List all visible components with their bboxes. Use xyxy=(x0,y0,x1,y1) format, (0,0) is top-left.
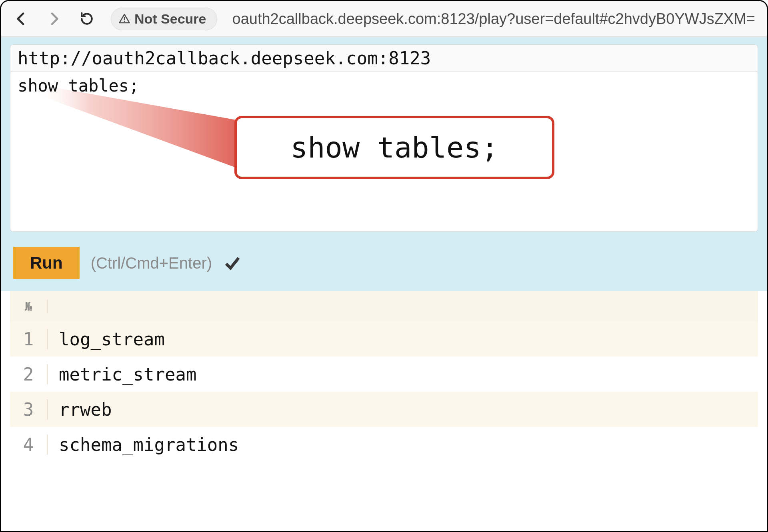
warning-icon xyxy=(118,13,130,25)
app-area: http://oauth2callback.deepseek.com:8123 … xyxy=(1,37,767,291)
query-callout: show tables; xyxy=(234,116,554,179)
run-shortcut-hint: (Ctrl/Cmd+Enter) xyxy=(91,254,212,272)
address-bar[interactable]: oauth2callback.deepseek.com:8123/play?us… xyxy=(232,10,756,28)
row-number: 3 xyxy=(10,399,48,420)
browser-toolbar: Not Secure oauth2callback.deepseek.com:8… xyxy=(1,1,767,37)
forward-button[interactable] xyxy=(45,10,63,28)
cell-value: metric_stream xyxy=(48,364,758,385)
server-url-input[interactable]: http://oauth2callback.deepseek.com:8123 xyxy=(10,44,758,72)
check-icon xyxy=(223,254,241,272)
run-button[interactable]: Run xyxy=(13,247,80,279)
table-row[interactable]: 1 log_stream xyxy=(10,321,758,357)
callout-wedge-icon xyxy=(34,84,538,204)
results-header-row: № xyxy=(10,291,758,321)
query-text: show tables; xyxy=(18,76,139,96)
cell-value: schema_migrations xyxy=(48,434,758,455)
query-editor[interactable]: show tables; show tables; xyxy=(10,72,758,232)
table-row[interactable]: 2 metric_stream xyxy=(10,357,758,392)
row-number: 4 xyxy=(10,434,48,455)
row-number: 1 xyxy=(10,329,48,349)
cell-value: log_stream xyxy=(48,329,758,349)
back-button[interactable] xyxy=(12,10,30,28)
row-number: 2 xyxy=(10,364,48,385)
svg-point-1 xyxy=(124,21,125,22)
table-row[interactable]: 4 schema_migrations xyxy=(10,427,758,462)
row-number-header[interactable]: № xyxy=(10,299,48,313)
table-row[interactable]: 3 rrweb xyxy=(10,392,758,427)
security-status[interactable]: Not Secure xyxy=(111,8,217,30)
reload-button[interactable] xyxy=(78,10,96,28)
security-label: Not Secure xyxy=(134,11,206,27)
cell-value: rrweb xyxy=(48,399,758,420)
svg-marker-2 xyxy=(34,84,258,176)
results-table: № 1 log_stream 2 metric_stream 3 rrweb 4… xyxy=(10,291,758,462)
run-toolbar: Run (Ctrl/Cmd+Enter) xyxy=(10,232,758,291)
